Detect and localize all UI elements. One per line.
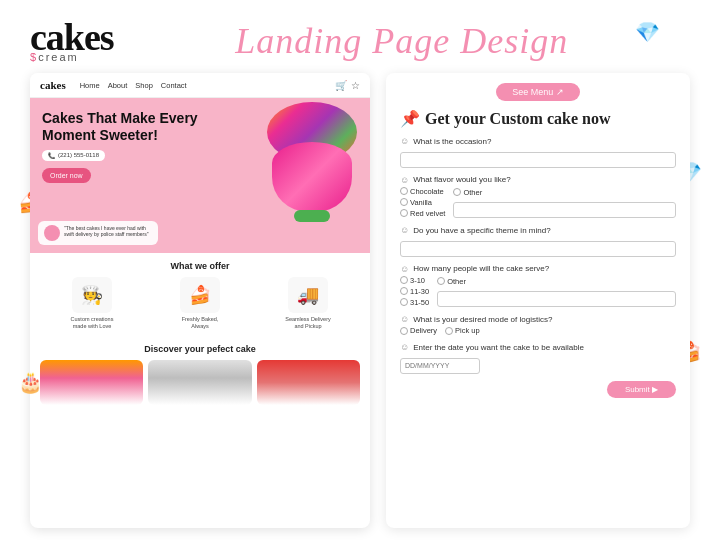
mockup-nav-icons: 🛒 ☆ (335, 80, 360, 91)
serve-other-radio[interactable] (437, 277, 445, 285)
chocolate-label: Chocolate (410, 187, 444, 196)
form-title: 📌 Get your Custom cake now (400, 109, 676, 128)
form-title-text: Get your Custom cake now (425, 110, 610, 128)
submit-button[interactable]: Submit ▶ (607, 381, 676, 398)
serve-3-10-label: 3-10 (410, 276, 425, 285)
page-title: Landing Page Design (114, 20, 690, 62)
offer-icon-2: 🍰 (180, 277, 220, 313)
cake-thumb-2 (148, 360, 251, 405)
serve-other-label: Other (447, 277, 466, 286)
testimonial-text: "The best cakes I have ever had with swi… (64, 225, 152, 237)
redvelvet-radio[interactable] (400, 209, 408, 217)
pickup-radio[interactable] (445, 327, 453, 335)
logistics-field: ☺ What is your desired mode of logistics… (400, 314, 676, 335)
cake-stand (294, 210, 330, 222)
serve-11-30-radio[interactable] (400, 287, 408, 295)
serve-options: 3-10 11-30 31-50 Other (400, 276, 676, 308)
mockup-logo: cakes (40, 79, 66, 91)
flavor-other-col: Other (453, 188, 676, 219)
vanilla-option: Vanilla (400, 198, 445, 207)
flavor-other-radio[interactable] (453, 188, 461, 196)
delivery-option: Delivery (400, 326, 437, 335)
serve-icon: ☺ (400, 264, 409, 274)
serve-label-text: How many people will the cake serve? (413, 264, 549, 273)
chocolate-option: Chocolate (400, 187, 445, 196)
deco-icon-left-2: 🎂 (18, 370, 43, 394)
offers-section: What we offer 🧑‍🍳 Custom creationsmade w… (30, 253, 370, 338)
date-icon: ☺ (400, 342, 409, 352)
redvelvet-option: Red velvet (400, 209, 445, 218)
nav-about: About (108, 81, 128, 90)
theme-icon: ☺ (400, 225, 409, 235)
serve-other-option: Other (437, 277, 676, 286)
cake-thumb-1 (40, 360, 143, 405)
date-field: ☺ Enter the date you want the cake to be… (400, 342, 676, 374)
delivery-radio[interactable] (400, 327, 408, 335)
vanilla-radio[interactable] (400, 198, 408, 206)
star-icon: ☆ (351, 80, 360, 91)
discover-section: Discover your pefect cake (30, 338, 370, 411)
nav-shop: Shop (135, 81, 153, 90)
nav-contact: Contact (161, 81, 187, 90)
flavor-options: Chocolate Vanilla Red velvet Other (400, 187, 676, 219)
flavor-radio-col: Chocolate Vanilla Red velvet (400, 187, 445, 218)
logistics-label: ☺ What is your desired mode of logistics… (400, 314, 676, 324)
cake-image (262, 102, 362, 222)
date-label: ☺ Enter the date you want the cake to be… (400, 342, 676, 352)
content-area: cakes Home About Shop Contact 🛒 ☆ Cakes … (0, 73, 720, 528)
flavor-icon: ☺ (400, 175, 409, 185)
logistics-icon: ☺ (400, 314, 409, 324)
flavor-other-input[interactable] (453, 202, 676, 218)
serve-11-30: 11-30 (400, 287, 429, 296)
chocolate-radio[interactable] (400, 187, 408, 195)
occasion-field: ☺ What is the occasion? (400, 136, 676, 168)
serve-other-col: Other (437, 277, 676, 308)
pin-icon: 📌 (400, 109, 420, 128)
offers-title: What we offer (40, 261, 360, 271)
phone-icon: 📞 (48, 152, 55, 159)
logistics-options: Delivery Pick up (400, 326, 676, 335)
pickup-option: Pick up (445, 326, 480, 335)
cake-thumb-3 (257, 360, 360, 405)
cart-icon: 🛒 (335, 80, 347, 91)
occasion-input[interactable] (400, 152, 676, 168)
flavor-field: ☺ What flavor would you like? Chocolate … (400, 175, 676, 219)
mockup-nav-links: Home About Shop Contact (80, 81, 187, 90)
flavor-label-text: What flavor would you like? (413, 175, 510, 184)
discover-title: Discover your pefect cake (40, 344, 360, 354)
serve-label: ☺ How many people will the cake serve? (400, 264, 676, 274)
serve-31-50: 31-50 (400, 298, 429, 307)
delivery-label: Delivery (410, 326, 437, 335)
flavor-label: ☺ What flavor would you like? (400, 175, 676, 185)
serve-3-10-radio[interactable] (400, 276, 408, 284)
custom-cake-form: See Menu ↗ 📌 Get your Custom cake now ☺ … (386, 73, 690, 528)
offer-label-1: Custom creationsmade with Love (40, 316, 144, 330)
date-label-text: Enter the date you want the cake to be a… (413, 343, 584, 352)
cake-grid (40, 360, 360, 405)
serve-field: ☺ How many people will the cake serve? 3… (400, 264, 676, 308)
logo-scream: $cream (30, 52, 114, 63)
offer-label-3: Seamless Deliveryand Pickup (256, 316, 360, 330)
serve-3-10: 3-10 (400, 276, 429, 285)
hero-title: Cakes That Make Every Moment Sweeter! (42, 110, 202, 144)
vanilla-label: Vanilla (410, 198, 432, 207)
serve-other-input[interactable] (437, 291, 676, 307)
serve-31-50-label: 31-50 (410, 298, 429, 307)
header: cakes $cream Landing Page Design 💎 (0, 0, 720, 73)
offer-label-2: Freshly Baked,Always (148, 316, 252, 330)
serve-11-30-label: 11-30 (410, 287, 429, 296)
cake-visual (262, 102, 362, 222)
nav-home: Home (80, 81, 100, 90)
website-mockup: cakes Home About Shop Contact 🛒 ☆ Cakes … (30, 73, 370, 528)
mockup-hero: Cakes That Make Every Moment Sweeter! 📞 … (30, 98, 370, 253)
serve-31-50-radio[interactable] (400, 298, 408, 306)
theme-label-text: Do you have a specific theme in mind? (413, 226, 550, 235)
theme-input[interactable] (400, 241, 676, 257)
see-menu-button[interactable]: See Menu ↗ (496, 83, 580, 101)
occasion-icon: ☺ (400, 136, 409, 146)
offer-icon-1: 🧑‍🍳 (72, 277, 112, 313)
order-button[interactable]: Order now (42, 168, 91, 183)
offer-icon-3: 🚚 (288, 277, 328, 313)
mockup-nav: cakes Home About Shop Contact 🛒 ☆ (30, 73, 370, 98)
date-input[interactable] (400, 358, 480, 374)
